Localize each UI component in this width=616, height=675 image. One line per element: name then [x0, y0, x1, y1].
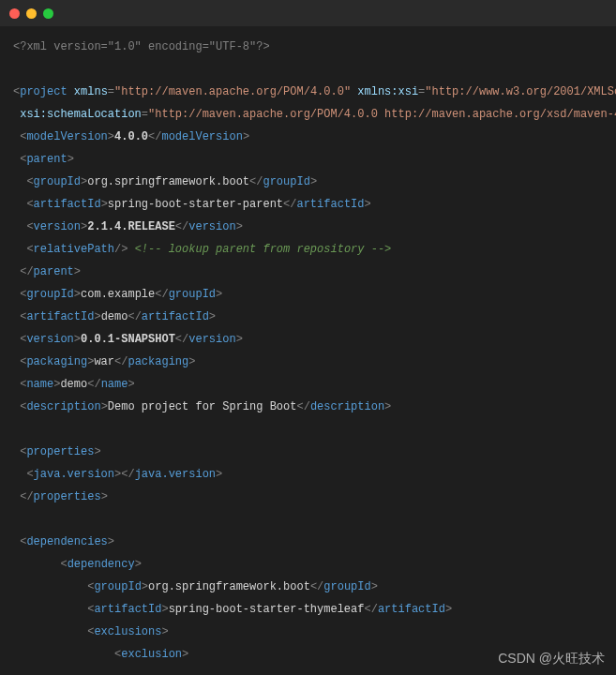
- minimize-icon[interactable]: [26, 8, 37, 19]
- packaging-value: war: [94, 355, 114, 368]
- relativepath-comment: <!-- lookup parent from repository -->: [135, 243, 392, 256]
- project-artifactid: demo: [101, 310, 128, 323]
- parent-artifactid: spring-boot-starter-parent: [108, 198, 283, 211]
- tag-project: project: [20, 85, 67, 98]
- xml-declaration: <?xml version="1.0" encoding="UTF-8"?>: [13, 40, 270, 53]
- model-version-value: 4.0.0: [114, 130, 148, 143]
- close-icon[interactable]: [9, 8, 20, 19]
- titlebar: [0, 0, 616, 26]
- zoom-icon[interactable]: [43, 8, 53, 19]
- project-groupid: com.example: [81, 288, 155, 301]
- dep0-artifactid: spring-boot-starter-thymeleaf: [169, 603, 365, 616]
- project-version: 0.0.1-SNAPSHOT: [81, 333, 175, 346]
- name-value: demo: [60, 378, 87, 391]
- parent-version: 2.1.4.RELEASE: [87, 220, 175, 233]
- code-editor[interactable]: <?xml version="1.0" encoding="UTF-8"?> <…: [0, 26, 616, 666]
- parent-groupid: org.springframework.boot: [87, 175, 249, 188]
- dep0-groupid: org.springframework.boot: [148, 580, 310, 593]
- watermark: CSDN @火旺技术: [498, 651, 605, 668]
- description-value: Demo project for Spring Boot: [108, 400, 297, 413]
